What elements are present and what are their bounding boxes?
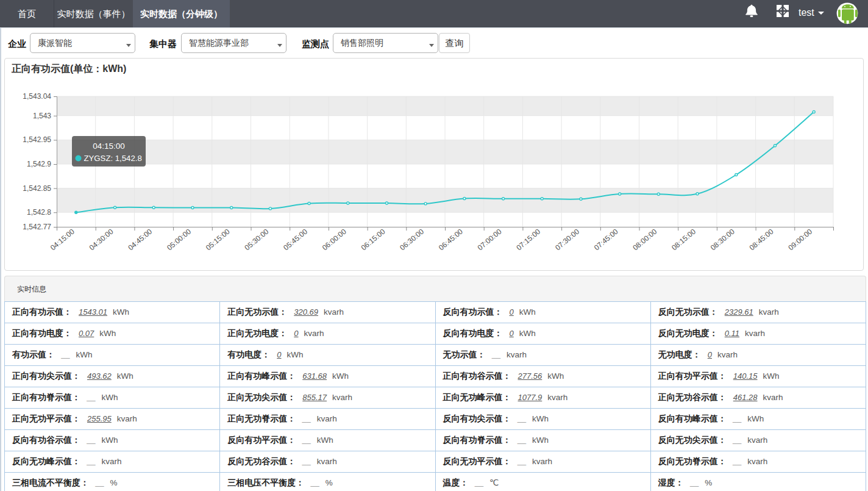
svg-text:05:45:00: 05:45:00 (282, 227, 309, 252)
svg-text:08:30:00: 08:30:00 (709, 227, 736, 252)
svg-text:06:00:00: 06:00:00 (321, 227, 348, 252)
svg-text:04:15:00: 04:15:00 (93, 142, 125, 151)
svg-text:05:15:00: 05:15:00 (204, 227, 232, 252)
svg-text:07:00:00: 07:00:00 (476, 227, 503, 252)
svg-text:05:30:00: 05:30:00 (243, 227, 271, 252)
svg-text:06:45:00: 06:45:00 (437, 227, 464, 252)
svg-text:04:15:00: 04:15:00 (49, 227, 76, 252)
svg-text:09:00:00: 09:00:00 (786, 227, 814, 252)
svg-text:08:15:00: 08:15:00 (670, 227, 697, 252)
svg-text:1,542.85: 1,542.85 (23, 184, 51, 193)
svg-text:07:15:00: 07:15:00 (514, 227, 542, 252)
svg-text:04:45:00: 04:45:00 (126, 227, 154, 252)
svg-text:1,543.04: 1,543.04 (23, 92, 51, 101)
svg-text:07:30:00: 07:30:00 (553, 227, 581, 252)
svg-text:07:45:00: 07:45:00 (592, 227, 620, 252)
svg-text:1,542.95: 1,542.95 (23, 135, 51, 144)
svg-text:06:30:00: 06:30:00 (398, 227, 425, 252)
svg-text:05:00:00: 05:00:00 (165, 227, 193, 252)
svg-text:06:15:00: 06:15:00 (360, 227, 387, 252)
svg-text:1,542.8: 1,542.8 (27, 208, 51, 217)
svg-text:08:00:00: 08:00:00 (631, 227, 658, 252)
svg-text:08:45:00: 08:45:00 (748, 227, 775, 252)
svg-text:ZYGSZ: 1,542.8: ZYGSZ: 1,542.8 (84, 154, 142, 163)
svg-text:04:30:00: 04:30:00 (88, 227, 115, 252)
svg-text:1,542.77: 1,542.77 (23, 223, 51, 231)
svg-text:1,543: 1,543 (33, 112, 51, 120)
svg-text:1,542.9: 1,542.9 (27, 160, 51, 168)
